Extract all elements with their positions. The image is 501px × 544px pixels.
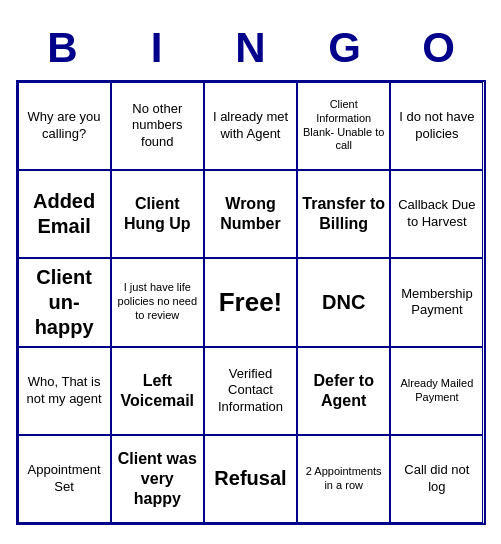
bingo-cell-13[interactable]: DNC [297,258,390,347]
bingo-grid: Why are you calling?No other numbers fou… [16,80,486,525]
bingo-cell-15[interactable]: Who, That is not my agent [18,347,111,435]
bingo-cell-10[interactable]: Client un-happy [18,258,111,347]
bingo-cell-23[interactable]: 2 Appointments in a row [297,435,390,523]
header-n: N [204,20,298,76]
bingo-cell-19[interactable]: Already Mailed Payment [390,347,483,435]
bingo-cell-16[interactable]: Left Voicemail [111,347,204,435]
bingo-cell-14[interactable]: Membership Payment [390,258,483,347]
header-i: I [110,20,204,76]
bingo-cell-24[interactable]: Call did not log [390,435,483,523]
bingo-cell-1[interactable]: No other numbers found [111,82,204,170]
bingo-cell-22[interactable]: Refusal [204,435,297,523]
header-b: B [16,20,110,76]
bingo-cell-12[interactable]: Free! [204,258,297,347]
header-o: O [392,20,486,76]
bingo-cell-11[interactable]: I just have life policies no need to rev… [111,258,204,347]
bingo-cell-17[interactable]: Verified Contact Information [204,347,297,435]
bingo-cell-5[interactable]: Added Email [18,170,111,258]
header-g: G [298,20,392,76]
bingo-cell-20[interactable]: Appointment Set [18,435,111,523]
bingo-cell-18[interactable]: Defer to Agent [297,347,390,435]
bingo-cell-21[interactable]: Client was very happy [111,435,204,523]
bingo-cell-8[interactable]: Transfer to Billing [297,170,390,258]
bingo-cell-7[interactable]: Wrong Number [204,170,297,258]
bingo-cell-4[interactable]: I do not have policies [390,82,483,170]
bingo-cell-0[interactable]: Why are you calling? [18,82,111,170]
bingo-card: B I N G O Why are you calling?No other n… [6,10,496,535]
bingo-cell-6[interactable]: Client Hung Up [111,170,204,258]
bingo-header: B I N G O [16,20,486,76]
bingo-cell-9[interactable]: Callback Due to Harvest [390,170,483,258]
bingo-cell-3[interactable]: Client Information Blank- Unable to call [297,82,390,170]
bingo-cell-2[interactable]: I already met with Agent [204,82,297,170]
